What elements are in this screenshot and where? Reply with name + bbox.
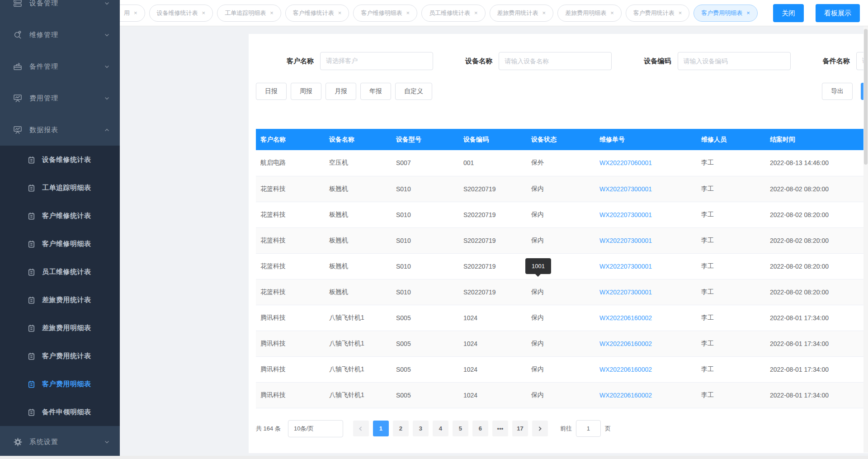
work-order-link[interactable]: WX202207300001 [595,202,697,227]
tab-设备维修统计表[interactable]: 设备维修统计表× [149,5,213,22]
table-cell: 1024 [459,382,527,408]
board-display-button[interactable]: 看板展示 [816,4,860,22]
page-size-select[interactable]: 10条/页 [288,420,343,437]
table-cell: 腾讯科技 [256,382,325,408]
next-page-button[interactable] [532,421,548,436]
tab-客户维修明细表[interactable]: 客户维修明细表× [353,5,417,22]
chevron-down-icon [104,32,110,38]
goto-page-input[interactable] [576,420,601,437]
tab-差旅费用明细表[interactable]: 差旅费用明细表× [557,5,622,22]
tab-工单追踪明细表[interactable]: 工单追踪明细表× [217,5,281,22]
sidebar-subitem-label: 设备维修统计表 [42,156,91,164]
sidebar-subitem[interactable]: 客户维修统计表 [0,202,120,230]
prev-page-button[interactable] [353,421,369,436]
tab-用[interactable]: 用× [120,5,145,22]
table-row: 腾讯科技八轴飞针机1S0051024保内WX202206160002李工2022… [256,356,868,382]
close-icon[interactable]: × [474,10,478,16]
table-cell: 李工 [697,356,765,382]
page-button-5[interactable]: 5 [453,421,468,436]
close-icon[interactable]: × [679,10,682,16]
tab-label: 客户维修统计表 [293,9,334,17]
sidebar-menu: 设备管理维修管理备件管理费用管理数据报表设备维修统计表工单追踪明细表客户维修统计… [0,0,120,456]
close-icon[interactable]: × [270,10,274,16]
close-icon[interactable]: × [746,10,750,16]
work-order-link[interactable]: WX202206160002 [595,331,697,356]
sidebar-item-label: 系统设置 [29,438,104,446]
sidebar-subitem-label: 备件申领明细表 [42,408,91,416]
tab-客户维修统计表[interactable]: 客户维修统计表× [285,5,349,22]
sidebar-subitem-label: 工单追踪明细表 [42,184,91,192]
sidebar-subitem[interactable]: 差旅费用明细表 [0,314,120,342]
close-icon[interactable]: × [338,10,342,16]
export-button[interactable]: 导出 [822,83,853,100]
period-button-日报[interactable]: 日报 [256,83,287,100]
page-button-4[interactable]: 4 [433,421,448,436]
work-order-link[interactable]: WX202207300001 [595,279,697,305]
tab-label: 设备维修统计表 [157,9,198,17]
column-header-结案时间: 结案时间 [765,129,867,150]
work-order-link[interactable]: WX202207300001 [595,253,697,279]
device-name-input[interactable] [505,57,606,65]
device-code-input[interactable] [684,57,785,65]
sidebar-subitem[interactable]: 客户维修明细表 [0,230,120,258]
period-button-月报[interactable]: 月报 [326,83,356,100]
period-button-周报[interactable]: 周报 [291,83,321,100]
sidebar-subitem[interactable]: 客户费用明细表 [0,370,120,398]
sidebar-subitem[interactable]: 设备维修统计表 [0,146,120,174]
close-icon[interactable]: × [202,10,206,16]
tab-客户费用统计表[interactable]: 客户费用统计表× [626,5,690,22]
work-order-link[interactable]: WX202206160002 [595,382,697,408]
tab-label: 客户费用统计表 [633,9,675,17]
period-button-自定义[interactable]: 自定义 [395,83,432,100]
page-number-list: 123456•••17 [373,421,532,436]
toolbox-icon [13,62,23,71]
report-board-icon [13,125,23,135]
sidebar-item-0[interactable]: 设备管理 [0,0,120,19]
page-button-3[interactable]: 3 [413,421,429,436]
close-icon[interactable]: × [542,10,546,16]
close-button[interactable]: 关闭 [773,4,804,22]
sidebar-item-3[interactable]: 费用管理 [0,82,120,114]
close-icon[interactable]: × [134,10,137,16]
table-cell: 001 [459,150,527,176]
sidebar-item-1[interactable]: 维修管理 [0,19,120,51]
vertical-scrollbar[interactable] [863,26,868,453]
page-button-1[interactable]: 1 [373,421,389,436]
sidebar-subitem[interactable]: 员工维修统计表 [0,258,120,286]
notebook-icon [27,268,36,276]
tab-员工维修统计表[interactable]: 员工维修统计表× [421,5,486,22]
tab-差旅费用统计表[interactable]: 差旅费用统计表× [490,5,554,22]
table-row: 花篮科技板翘机S010S20220719保内WX202207300001李工20… [256,227,868,253]
work-order-link[interactable]: WX202207300001 [595,227,697,253]
table-cell: 航启电路 [256,150,325,176]
sidebar-subitem[interactable]: 工单追踪明细表 [0,174,120,202]
sidebar-subitem[interactable]: 客户费用统计表 [0,342,120,370]
tab-客户费用明细表[interactable]: 客户费用明细表× [693,5,758,22]
page-button-6[interactable]: 6 [472,421,488,436]
period-button-年报[interactable]: 年报 [360,83,391,100]
table-cell: 李工 [697,227,765,253]
page-ellipsis-button[interactable]: ••• [492,421,508,436]
table-row: 腾讯科技八轴飞针机1S0051024保内WX202206160002李工2022… [256,305,868,331]
table-cell: 李工 [697,382,765,408]
page-button-2[interactable]: 2 [393,421,409,436]
table-cell: 2022-08-02 08:20:00 [765,202,867,227]
page-button-17[interactable]: 17 [512,421,528,436]
customer-select[interactable]: 请选择客户 [320,52,433,70]
work-order-link[interactable]: WX202206160002 [595,356,697,382]
notebook-icon [27,212,36,220]
work-order-link[interactable]: WX202207300001 [595,176,697,202]
horizontal-scrollbar[interactable] [0,456,868,459]
close-icon[interactable]: × [406,10,410,16]
work-order-link[interactable]: WX202206160002 [595,305,697,331]
vertical-scrollbar-thumb[interactable] [864,29,868,165]
sidebar-item-2[interactable]: 备件管理 [0,51,120,82]
period-buttons: 日报周报月报年报自定义 [256,83,436,100]
sidebar-subitem[interactable]: 差旅费用统计表 [0,286,120,314]
table-cell: 八轴飞针机1 [325,331,392,356]
sidebar-item-4[interactable]: 数据报表 [0,114,120,146]
close-icon[interactable]: × [610,10,614,16]
sidebar-item-settings[interactable]: 系统设置 [0,426,120,456]
sidebar-subitem[interactable]: 备件申领明细表 [0,398,120,426]
work-order-link[interactable]: WX202207060001 [595,150,697,176]
